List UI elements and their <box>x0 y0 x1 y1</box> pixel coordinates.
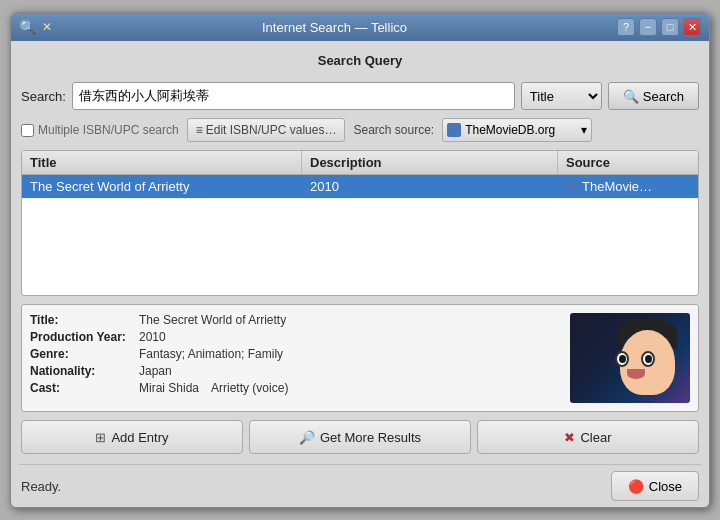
source-chevron-icon: ▾ <box>581 123 587 137</box>
detail-genre-value: Fantasy; Animation; Family <box>139 347 283 361</box>
table-body: The Secret World of Arrietty 2010 TheMov… <box>22 175 698 295</box>
get-more-icon: 🔎 <box>299 430 315 445</box>
row-source-label: TheMovie… <box>582 179 652 194</box>
edit-isbn-button[interactable]: ≡ Edit ISBN/UPC values… <box>187 118 346 142</box>
thumb-mouth <box>627 369 645 379</box>
close-bottom-icon: 🔴 <box>628 479 644 494</box>
close-button[interactable]: ✕ <box>683 18 701 36</box>
detail-title-row: Title: The Secret World of Arrietty <box>30 313 560 327</box>
clear-button[interactable]: ✖ Clear <box>477 420 699 454</box>
detail-info: Title: The Secret World of Arrietty Prod… <box>30 313 560 403</box>
row-description: 2010 <box>302 175 558 198</box>
detail-nationality-value: Japan <box>139 364 172 378</box>
detail-title-label: Title: <box>30 313 135 327</box>
search-icon: 🔍 <box>623 89 639 104</box>
detail-panel: Title: The Secret World of Arrietty Prod… <box>21 304 699 412</box>
options-row: Multiple ISBN/UPC search ≡ Edit ISBN/UPC… <box>21 118 699 142</box>
col-title: Title <box>22 151 302 174</box>
content-area: Search Query Search: Title Author ISBN K… <box>11 41 709 464</box>
thumb-eyes <box>615 351 655 363</box>
table-header: Title Description Source <box>22 151 698 175</box>
source-label-text: Search source: <box>353 123 434 137</box>
multiple-isbn-checkbox[interactable] <box>21 124 34 137</box>
detail-cast-value: Mirai Shida <box>139 381 199 395</box>
close-bottom-label: Close <box>649 479 682 494</box>
thumb-eye-right <box>641 351 655 367</box>
titlebar: 🔍 ✕ Internet Search — Tellico ? − □ ✕ <box>11 13 709 41</box>
edit-isbn-icon: ≡ <box>196 123 203 137</box>
multiple-isbn-text: Multiple ISBN/UPC search <box>38 123 179 137</box>
detail-nationality-row: Nationality: Japan <box>30 364 560 378</box>
add-entry-button[interactable]: ⊞ Add Entry <box>21 420 243 454</box>
empty-area <box>22 199 698 279</box>
clear-icon: ✖ <box>564 430 575 445</box>
section-title: Search Query <box>21 51 699 74</box>
window-title: Internet Search — Tellico <box>52 20 617 35</box>
help-button[interactable]: ? <box>617 18 635 36</box>
source-value: TheMovieDB.org <box>465 123 577 137</box>
thumb-face <box>620 330 675 395</box>
status-text: Ready. <box>21 479 61 494</box>
status-bar: Ready. 🔴 Close <box>11 465 709 507</box>
multiple-isbn-label[interactable]: Multiple ISBN/UPC search <box>21 123 179 137</box>
thumb-pupil-right <box>645 355 652 363</box>
source-select[interactable]: TheMovieDB.org ▾ <box>442 118 592 142</box>
detail-genre-row: Genre: Fantasy; Animation; Family <box>30 347 560 361</box>
table-row[interactable]: The Secret World of Arrietty 2010 TheMov… <box>22 175 698 199</box>
search-row: Search: Title Author ISBN Keyword 🔍 Sear… <box>21 82 699 110</box>
source-icon <box>447 123 461 137</box>
detail-genre-label: Genre: <box>30 347 135 361</box>
thumbnail-person <box>570 313 690 403</box>
add-entry-label: Add Entry <box>111 430 168 445</box>
detail-year-value: 2010 <box>139 330 166 344</box>
edit-isbn-label: Edit ISBN/UPC values… <box>206 123 337 137</box>
col-description: Description <box>302 151 558 174</box>
detail-cast-role: Arrietty (voice) <box>211 381 288 395</box>
titlebar-left: 🔍 ✕ <box>19 19 52 35</box>
main-window: 🔍 ✕ Internet Search — Tellico ? − □ ✕ Se… <box>10 12 710 508</box>
thumb-pupil-left <box>619 355 626 363</box>
detail-cast-label: Cast: <box>30 381 135 395</box>
movie-thumbnail <box>570 313 690 403</box>
row-source: TheMovie… <box>558 175 698 198</box>
app-icon2: ✕ <box>42 20 52 34</box>
row-title: The Secret World of Arrietty <box>22 175 302 198</box>
clear-label: Clear <box>580 430 611 445</box>
search-input[interactable] <box>72 82 515 110</box>
detail-cast-row: Cast: Mirai Shida Arrietty (voice) <box>30 381 560 395</box>
row-source-icon <box>566 181 578 193</box>
detail-nationality-label: Nationality: <box>30 364 135 378</box>
get-more-button[interactable]: 🔎 Get More Results <box>249 420 471 454</box>
get-more-label: Get More Results <box>320 430 421 445</box>
thumb-eye-left <box>615 351 629 367</box>
search-type-select[interactable]: Title Author ISBN Keyword <box>521 82 602 110</box>
add-entry-icon: ⊞ <box>95 430 106 445</box>
detail-year-label: Production Year: <box>30 330 135 344</box>
close-bottom-button[interactable]: 🔴 Close <box>611 471 699 501</box>
detail-title-value: The Secret World of Arrietty <box>139 313 286 327</box>
minimize-button[interactable]: − <box>639 18 657 36</box>
search-btn-label: Search <box>643 89 684 104</box>
detail-year-row: Production Year: 2010 <box>30 330 560 344</box>
titlebar-controls: ? − □ ✕ <box>617 18 701 36</box>
maximize-button[interactable]: □ <box>661 18 679 36</box>
app-icon1: 🔍 <box>19 19 36 35</box>
search-label: Search: <box>21 89 66 104</box>
bottom-buttons: ⊞ Add Entry 🔎 Get More Results ✖ Clear <box>21 420 699 454</box>
search-button[interactable]: 🔍 Search <box>608 82 699 110</box>
col-source: Source <box>558 151 698 174</box>
results-table: Title Description Source The Secret Worl… <box>21 150 699 296</box>
